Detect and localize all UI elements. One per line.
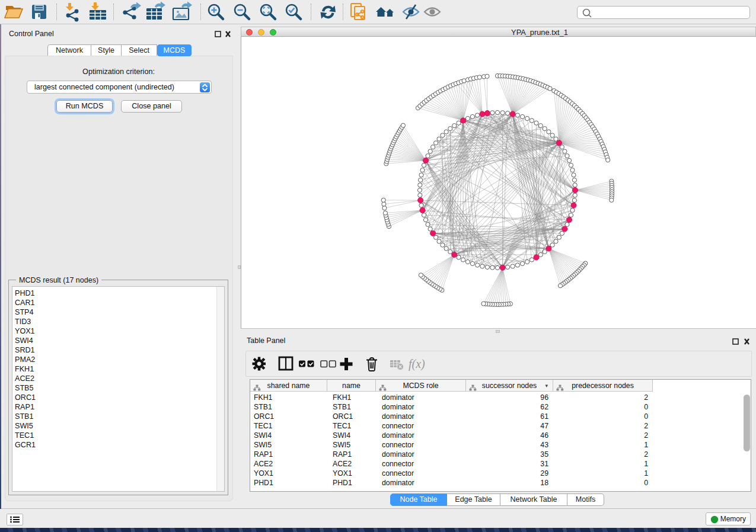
svg-text:f(x): f(x) [409, 357, 425, 371]
